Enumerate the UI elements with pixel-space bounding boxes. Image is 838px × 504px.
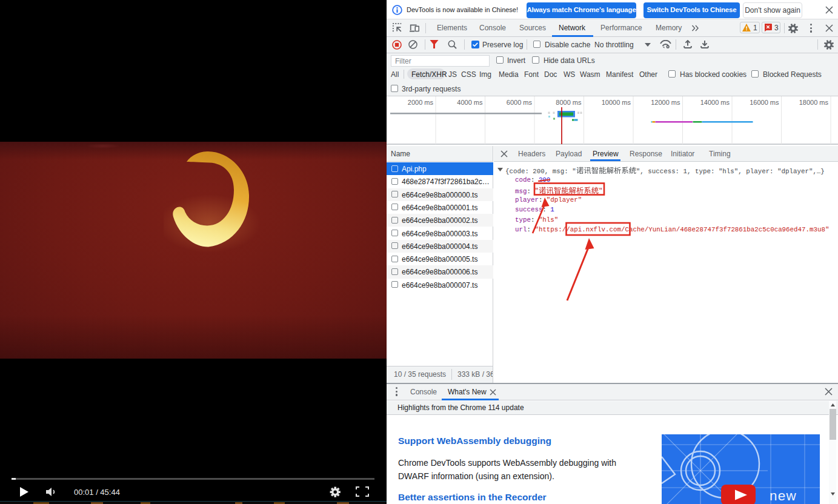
svg-text:16000 ms: 16000 ms <box>750 99 779 106</box>
svg-text:4000 ms: 4000 ms <box>457 99 483 106</box>
svg-text:14000 ms: 14000 ms <box>700 99 730 106</box>
svg-text:18000 ms: 18000 ms <box>799 99 829 106</box>
svg-text:8000 ms: 8000 ms <box>556 99 582 106</box>
svg-text:10000 ms: 10000 ms <box>602 99 631 106</box>
svg-text:12000 ms: 12000 ms <box>651 99 680 106</box>
svg-text:2000 ms: 2000 ms <box>408 99 434 106</box>
svg-text:new: new <box>770 488 797 503</box>
svg-text:6000 ms: 6000 ms <box>507 99 533 106</box>
